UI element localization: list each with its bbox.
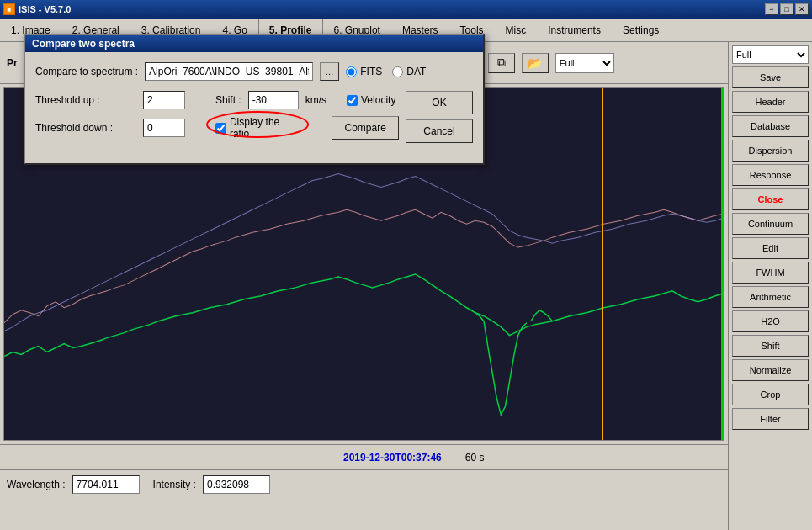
dat-radio-label[interactable]: DAT — [392, 66, 426, 77]
ok-button[interactable]: OK — [406, 91, 473, 114]
threshold-down-label: Threshold down : — [35, 122, 136, 134]
shift-input[interactable] — [248, 91, 299, 109]
threshold-up-label: Threshold up : — [35, 94, 136, 106]
compare-button[interactable]: Compare — [332, 116, 399, 140]
velocity-checkbox[interactable] — [347, 95, 358, 106]
kms-label: km/s — [305, 94, 326, 106]
velocity-checkbox-label[interactable]: Velocity — [347, 94, 395, 106]
compare-to-label: Compare to spectrum : — [35, 66, 138, 77]
threshold-up-input[interactable] — [143, 91, 185, 109]
shift-label: Shift : — [215, 94, 241, 106]
fits-radio-label[interactable]: FITS — [346, 66, 382, 77]
fits-radio[interactable] — [346, 66, 357, 77]
dat-radio[interactable] — [392, 66, 403, 77]
compare-spectra-dialog: Compare two spectra Compare to spectrum … — [24, 34, 485, 165]
dialog-title: Compare two spectra — [25, 35, 483, 52]
threshold-down-input[interactable] — [143, 119, 185, 137]
spectrum-input[interactable] — [145, 62, 313, 81]
display-ratio-checkbox[interactable] — [215, 123, 226, 134]
browse-button[interactable]: ... — [320, 62, 339, 81]
cancel-button[interactable]: Cancel — [406, 119, 473, 143]
display-ratio-label[interactable]: Display the ratio — [215, 116, 302, 140]
dialog-overlay: Compare two spectra Compare to spectrum … — [0, 0, 812, 530]
